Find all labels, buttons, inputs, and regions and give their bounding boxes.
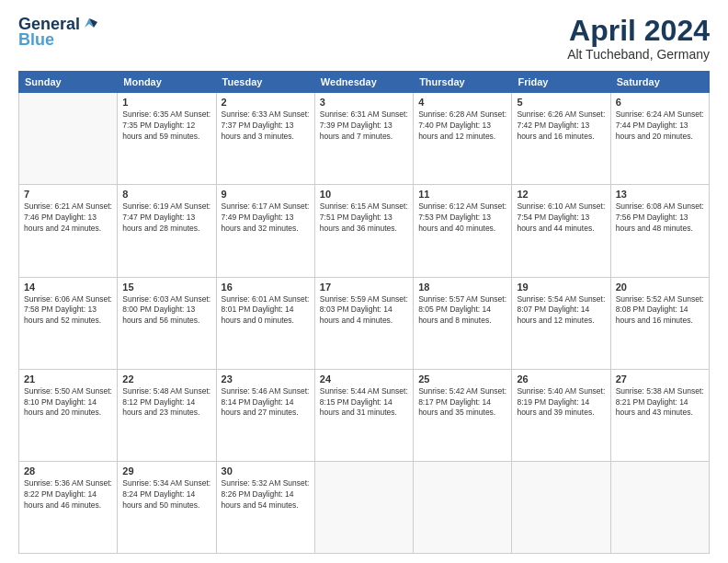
day-number: 4 bbox=[418, 97, 506, 108]
day-number: 22 bbox=[122, 373, 210, 385]
table-row: 22Sunrise: 5:48 AM Sunset: 8:12 PM Dayli… bbox=[118, 369, 216, 461]
day-info: Sunrise: 5:44 AM Sunset: 8:15 PM Dayligh… bbox=[320, 386, 408, 419]
table-row: 7Sunrise: 6:21 AM Sunset: 7:46 PM Daylig… bbox=[19, 185, 118, 277]
day-number: 8 bbox=[122, 189, 210, 200]
day-info: Sunrise: 6:08 AM Sunset: 7:56 PM Dayligh… bbox=[616, 201, 704, 235]
day-number: 26 bbox=[517, 373, 605, 385]
table-row: 5Sunrise: 6:26 AM Sunset: 7:42 PM Daylig… bbox=[512, 93, 610, 185]
day-number: 19 bbox=[517, 282, 605, 293]
day-info: Sunrise: 5:59 AM Sunset: 8:03 PM Dayligh… bbox=[320, 294, 408, 327]
day-number: 1 bbox=[122, 97, 210, 108]
day-info: Sunrise: 5:54 AM Sunset: 8:07 PM Dayligh… bbox=[517, 294, 605, 327]
table-row: 19Sunrise: 5:54 AM Sunset: 8:07 PM Dayli… bbox=[512, 277, 610, 369]
logo: General Blue bbox=[18, 15, 97, 50]
day-info: Sunrise: 5:34 AM Sunset: 8:24 PM Dayligh… bbox=[122, 478, 210, 511]
day-info: Sunrise: 5:42 AM Sunset: 8:17 PM Dayligh… bbox=[418, 386, 506, 419]
day-number: 15 bbox=[122, 282, 210, 293]
calendar-week-1: 1Sunrise: 6:35 AM Sunset: 7:35 PM Daylig… bbox=[19, 93, 710, 185]
calendar-week-4: 21Sunrise: 5:50 AM Sunset: 8:10 PM Dayli… bbox=[19, 369, 710, 461]
col-thursday: Thursday bbox=[414, 72, 512, 93]
calendar-week-3: 14Sunrise: 6:06 AM Sunset: 7:58 PM Dayli… bbox=[19, 277, 710, 369]
day-number: 24 bbox=[320, 373, 408, 385]
day-number: 17 bbox=[320, 282, 408, 293]
day-info: Sunrise: 6:15 AM Sunset: 7:51 PM Dayligh… bbox=[320, 201, 408, 235]
day-number: 5 bbox=[517, 97, 605, 108]
table-row: 4Sunrise: 6:28 AM Sunset: 7:40 PM Daylig… bbox=[414, 93, 512, 185]
calendar-week-2: 7Sunrise: 6:21 AM Sunset: 7:46 PM Daylig… bbox=[19, 185, 710, 277]
table-row: 3Sunrise: 6:31 AM Sunset: 7:39 PM Daylig… bbox=[314, 93, 413, 185]
day-info: Sunrise: 6:01 AM Sunset: 8:01 PM Dayligh… bbox=[222, 294, 310, 327]
table-row bbox=[314, 461, 413, 553]
day-info: Sunrise: 5:48 AM Sunset: 8:12 PM Dayligh… bbox=[122, 386, 210, 419]
table-row: 28Sunrise: 5:36 AM Sunset: 8:22 PM Dayli… bbox=[19, 461, 118, 553]
day-info: Sunrise: 6:33 AM Sunset: 7:37 PM Dayligh… bbox=[222, 109, 310, 143]
table-row: 20Sunrise: 5:52 AM Sunset: 8:08 PM Dayli… bbox=[610, 277, 709, 369]
day-number: 21 bbox=[24, 373, 112, 385]
calendar-table: Sunday Monday Tuesday Wednesday Thursday… bbox=[18, 71, 710, 554]
header-row: Sunday Monday Tuesday Wednesday Thursday… bbox=[19, 72, 710, 93]
table-row: 24Sunrise: 5:44 AM Sunset: 8:15 PM Dayli… bbox=[314, 369, 413, 461]
table-row: 11Sunrise: 6:12 AM Sunset: 7:53 PM Dayli… bbox=[414, 185, 512, 277]
title-block: April 2024 Alt Tucheband, Germany bbox=[567, 15, 710, 62]
table-row bbox=[610, 461, 709, 553]
day-number: 27 bbox=[616, 373, 704, 385]
day-number: 11 bbox=[418, 189, 506, 200]
table-row: 17Sunrise: 5:59 AM Sunset: 8:03 PM Dayli… bbox=[314, 277, 413, 369]
table-row bbox=[512, 461, 610, 553]
table-row: 29Sunrise: 5:34 AM Sunset: 8:24 PM Dayli… bbox=[118, 461, 216, 553]
calendar-week-5: 28Sunrise: 5:36 AM Sunset: 8:22 PM Dayli… bbox=[19, 461, 710, 553]
table-row: 8Sunrise: 6:19 AM Sunset: 7:47 PM Daylig… bbox=[118, 185, 216, 277]
col-tuesday: Tuesday bbox=[216, 72, 314, 93]
day-number: 14 bbox=[24, 282, 112, 293]
day-info: Sunrise: 5:52 AM Sunset: 8:08 PM Dayligh… bbox=[616, 294, 704, 327]
logo-text-blue: Blue bbox=[18, 30, 54, 50]
day-info: Sunrise: 6:24 AM Sunset: 7:44 PM Dayligh… bbox=[616, 109, 704, 143]
day-info: Sunrise: 6:10 AM Sunset: 7:54 PM Dayligh… bbox=[517, 201, 605, 235]
day-number: 9 bbox=[222, 189, 310, 200]
col-wednesday: Wednesday bbox=[314, 72, 413, 93]
day-number: 12 bbox=[517, 189, 605, 200]
table-row bbox=[19, 93, 118, 185]
day-info: Sunrise: 6:19 AM Sunset: 7:47 PM Dayligh… bbox=[122, 201, 210, 235]
table-row bbox=[414, 461, 512, 553]
table-row: 27Sunrise: 5:38 AM Sunset: 8:21 PM Dayli… bbox=[610, 369, 709, 461]
day-number: 10 bbox=[320, 189, 408, 200]
day-number: 20 bbox=[616, 282, 704, 293]
table-row: 23Sunrise: 5:46 AM Sunset: 8:14 PM Dayli… bbox=[216, 369, 314, 461]
day-number: 23 bbox=[222, 373, 310, 385]
calendar-page: General Blue April 2024 Alt Tucheband, G… bbox=[0, 0, 728, 563]
location-title: Alt Tucheband, Germany bbox=[567, 47, 710, 62]
day-info: Sunrise: 5:38 AM Sunset: 8:21 PM Dayligh… bbox=[616, 386, 704, 419]
day-number: 6 bbox=[616, 97, 704, 108]
table-row: 13Sunrise: 6:08 AM Sunset: 7:56 PM Dayli… bbox=[610, 185, 709, 277]
logo-icon bbox=[81, 15, 97, 31]
table-row: 1Sunrise: 6:35 AM Sunset: 7:35 PM Daylig… bbox=[118, 93, 216, 185]
col-friday: Friday bbox=[512, 72, 610, 93]
table-row: 16Sunrise: 6:01 AM Sunset: 8:01 PM Dayli… bbox=[216, 277, 314, 369]
table-row: 30Sunrise: 5:32 AM Sunset: 8:26 PM Dayli… bbox=[216, 461, 314, 553]
day-number: 30 bbox=[222, 465, 310, 477]
day-info: Sunrise: 6:17 AM Sunset: 7:49 PM Dayligh… bbox=[222, 201, 310, 235]
day-info: Sunrise: 6:12 AM Sunset: 7:53 PM Dayligh… bbox=[418, 201, 506, 235]
day-info: Sunrise: 5:40 AM Sunset: 8:19 PM Dayligh… bbox=[517, 386, 605, 419]
day-number: 25 bbox=[418, 373, 506, 385]
col-saturday: Saturday bbox=[610, 72, 709, 93]
day-info: Sunrise: 5:46 AM Sunset: 8:14 PM Dayligh… bbox=[222, 386, 310, 419]
col-monday: Monday bbox=[118, 72, 216, 93]
day-number: 18 bbox=[418, 282, 506, 293]
table-row: 26Sunrise: 5:40 AM Sunset: 8:19 PM Dayli… bbox=[512, 369, 610, 461]
day-number: 16 bbox=[222, 282, 310, 293]
day-info: Sunrise: 6:21 AM Sunset: 7:46 PM Dayligh… bbox=[24, 201, 112, 235]
table-row: 2Sunrise: 6:33 AM Sunset: 7:37 PM Daylig… bbox=[216, 93, 314, 185]
table-row: 21Sunrise: 5:50 AM Sunset: 8:10 PM Dayli… bbox=[19, 369, 118, 461]
day-info: Sunrise: 6:03 AM Sunset: 8:00 PM Dayligh… bbox=[122, 294, 210, 327]
day-number: 7 bbox=[24, 189, 112, 200]
day-info: Sunrise: 5:32 AM Sunset: 8:26 PM Dayligh… bbox=[222, 478, 310, 511]
day-info: Sunrise: 5:57 AM Sunset: 8:05 PM Dayligh… bbox=[418, 294, 506, 327]
day-info: Sunrise: 6:31 AM Sunset: 7:39 PM Dayligh… bbox=[320, 109, 408, 143]
table-row: 15Sunrise: 6:03 AM Sunset: 8:00 PM Dayli… bbox=[118, 277, 216, 369]
day-info: Sunrise: 5:50 AM Sunset: 8:10 PM Dayligh… bbox=[24, 386, 112, 419]
table-row: 9Sunrise: 6:17 AM Sunset: 7:49 PM Daylig… bbox=[216, 185, 314, 277]
table-row: 10Sunrise: 6:15 AM Sunset: 7:51 PM Dayli… bbox=[314, 185, 413, 277]
table-row: 18Sunrise: 5:57 AM Sunset: 8:05 PM Dayli… bbox=[414, 277, 512, 369]
